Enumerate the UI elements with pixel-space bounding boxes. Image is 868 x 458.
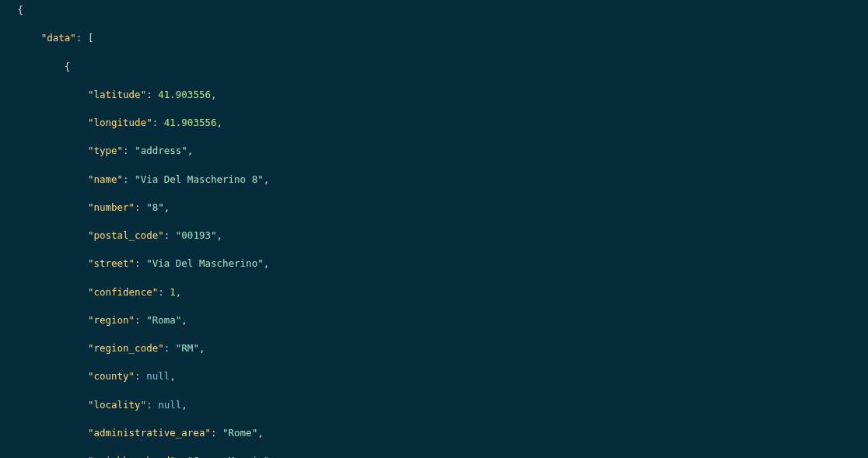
code-line: "number": "8",	[0, 201, 868, 215]
code-line: "longitude": 41.903556,	[0, 116, 868, 130]
code-line: "latitude": 41.903556,	[0, 88, 868, 102]
code-line: "region_code": "RM",	[0, 341, 868, 355]
json-code-block[interactable]: { "data": [ { "latitude": 41.903556, "lo…	[0, 0, 868, 458]
code-line: "type": "address",	[0, 144, 868, 158]
code-line: "postal_code": "00193",	[0, 229, 868, 243]
code-line: "region": "Roma",	[0, 313, 868, 327]
code-line: {	[0, 60, 868, 74]
code-line: {	[0, 3, 868, 17]
code-line: "county": null,	[0, 369, 868, 383]
code-line: "name": "Via Del Mascherino 8",	[0, 173, 868, 187]
code-line: "confidence": 1,	[0, 285, 868, 299]
code-line: "street": "Via Del Mascherino",	[0, 257, 868, 271]
code-line: "administrative_area": "Rome",	[0, 426, 868, 440]
code-line: "neighbourhood": "Campo Marzio",	[0, 454, 868, 458]
code-line: "locality": null,	[0, 398, 868, 412]
code-line: "data": [	[0, 31, 868, 45]
